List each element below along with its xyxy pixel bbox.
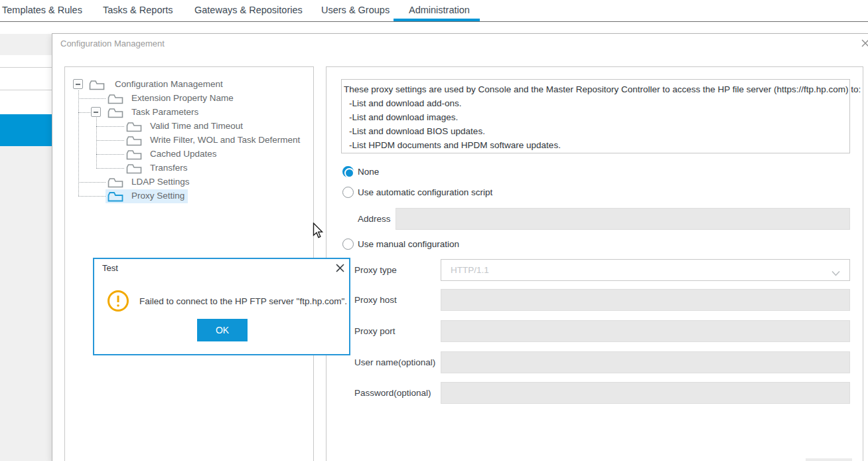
radio-manual-configuration-label: Use manual configuration — [358, 239, 459, 249]
chevron-down-icon — [832, 267, 840, 279]
tab-gateways-repositories[interactable]: Gateways & Repositories — [194, 5, 303, 15]
background-row — [0, 34, 52, 55]
close-icon[interactable] — [335, 263, 345, 273]
radio-manual-configuration[interactable] — [342, 238, 354, 250]
proxy-type-select[interactable]: HTTP/1.1 — [441, 259, 850, 281]
proxy-port-input[interactable] — [441, 320, 850, 342]
radio-automatic-script[interactable] — [342, 187, 354, 198]
folder-icon — [126, 149, 142, 160]
background-row — [0, 22, 52, 34]
dialog-title: Configuration Management — [60, 39, 165, 48]
test-button[interactable]: Test — [806, 458, 852, 461]
info-line: -List and download BIOS updates. — [349, 126, 485, 136]
background-selected-row — [0, 114, 52, 146]
active-tab-underline — [394, 19, 480, 21]
configuration-management-dialog: Configuration Management C — [52, 33, 868, 461]
proxy-type-label: Proxy type — [354, 265, 397, 275]
test-result-dialog: Test Failed to connect to the HP FTP ser… — [93, 258, 350, 355]
radio-none[interactable] — [342, 166, 354, 177]
collapse-toggle-icon[interactable] — [73, 79, 83, 89]
tree-item-label: Task Parameters — [131, 107, 198, 117]
proxy-host-label: Proxy host — [354, 295, 397, 305]
tree-item-cached-updates[interactable]: Cached Updates — [65, 147, 311, 161]
tree-item-label: Valid Time and Timeout — [150, 121, 243, 131]
folder-icon — [108, 108, 123, 118]
folder-icon — [126, 163, 142, 174]
warning-icon — [107, 290, 129, 312]
address-input[interactable] — [396, 208, 850, 230]
tree-item-label: Write Filter, WOL and Task Deferment — [150, 135, 300, 145]
background-panel — [0, 146, 52, 461]
screen: Templates & Rules Tasks & Reports Gatewa… — [0, 0, 868, 461]
info-line: -List HPDM documents and HPDM software u… — [349, 140, 561, 150]
proxy-type-value: HTTP/1.1 — [451, 265, 489, 275]
folder-icon — [108, 94, 123, 104]
tree-item-configuration-management[interactable]: Configuration Management — [65, 78, 311, 92]
tree-item-label: Cached Updates — [150, 149, 217, 159]
info-line: -List and download images. — [349, 112, 458, 122]
ok-button[interactable]: OK — [197, 319, 248, 341]
tree-item-proxy-setting[interactable]: Proxy Setting — [65, 189, 311, 203]
background-row — [0, 68, 52, 90]
tree-item-extension-property-name[interactable]: Extension Property Name — [65, 92, 311, 106]
proxy-host-input[interactable] — [441, 289, 850, 311]
folder-icon — [89, 80, 105, 90]
info-line: -List and download add-ons. — [349, 98, 462, 108]
info-line: These proxy settings are used by Console… — [344, 84, 861, 94]
modal-message: Failed to connect to the HP FTP server "… — [139, 296, 347, 306]
user-name-input[interactable] — [441, 351, 850, 373]
proxy-port-label: Proxy port — [354, 326, 396, 336]
tree-item-label: Transfers — [150, 163, 188, 173]
tab-administration[interactable]: Administration — [409, 5, 470, 15]
background-row — [0, 90, 52, 114]
tree-item-ldap-settings[interactable]: LDAP Settings — [65, 175, 311, 189]
tree-item-valid-time-and-timeout[interactable]: Valid Time and Timeout — [65, 120, 311, 134]
close-icon[interactable] — [860, 38, 868, 48]
tab-templates-rules[interactable]: Templates & Rules — [2, 5, 82, 15]
tree-item-transfers[interactable]: Transfers — [65, 161, 311, 175]
top-nav: Templates & Rules Tasks & Reports Gatewa… — [0, 0, 868, 22]
modal-title: Test — [102, 263, 118, 273]
folder-icon — [108, 191, 123, 202]
radio-none-label: None — [358, 167, 379, 177]
background-row — [0, 55, 52, 68]
tree-item-label: Proxy Setting — [131, 191, 184, 201]
folder-icon — [126, 122, 142, 132]
user-name-label: User name(optional) — [354, 357, 435, 367]
tree-item-write-filter-wol-task-deferment[interactable]: Write Filter, WOL and Task Deferment — [65, 134, 311, 147]
tab-tasks-reports[interactable]: Tasks & Reports — [103, 5, 173, 15]
tree-item-label: LDAP Settings — [131, 177, 190, 187]
collapse-toggle-icon[interactable] — [91, 107, 101, 117]
password-input[interactable] — [441, 382, 850, 404]
radio-automatic-script-label: Use automatic configuration script — [358, 187, 492, 197]
folder-icon — [126, 136, 142, 146]
tree-item-label: Configuration Management — [115, 79, 223, 89]
password-label: Password(optional) — [354, 388, 431, 398]
proxy-info-box: These proxy settings are used by Console… — [341, 79, 850, 153]
address-label: Address — [358, 214, 391, 224]
tree-item-label: Extension Property Name — [131, 93, 234, 103]
tab-users-groups[interactable]: Users & Groups — [321, 5, 390, 15]
tree-item-task-parameters[interactable]: Task Parameters — [65, 106, 311, 120]
proxy-settings-panel: These proxy settings are used by Console… — [326, 66, 863, 461]
folder-icon — [108, 177, 123, 188]
